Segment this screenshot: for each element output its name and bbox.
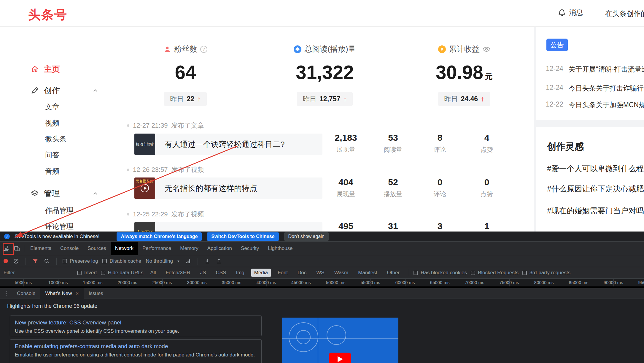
search-icon[interactable] (43, 258, 50, 265)
has-blocked-cookies-checkbox[interactable]: Has blocked cookies (414, 270, 467, 276)
import-har-icon[interactable] (204, 258, 211, 265)
sidebar-item-microheadline[interactable]: 微头条 (45, 133, 66, 145)
feature-link[interactable]: Enable emulating prefers-contrast media … (15, 343, 257, 350)
post-2-thumbnail[interactable]: 无名指长的 (134, 177, 155, 199)
tab-application[interactable]: Application (203, 242, 236, 255)
tab-elements[interactable]: Elements (26, 242, 56, 255)
announcement-item[interactable]: 12-24 今日头条关于打击诈骗行为专 (546, 84, 644, 93)
more-menu-icon[interactable] (6, 291, 7, 296)
stat-fans[interactable]: 粉丝数 ? 64 昨日 22 ↑ (116, 27, 255, 116)
preserve-log-checkbox[interactable]: Preserve log (63, 258, 98, 264)
filter-input[interactable] (4, 270, 73, 276)
inspect-element-icon[interactable] (0, 243, 11, 254)
sidebar-item-home[interactable]: 主页 (31, 63, 60, 76)
decorative-circle (327, 325, 346, 345)
drawer-tab-console[interactable]: Console (12, 288, 40, 299)
sidebar-item-qa[interactable]: 问答 (45, 149, 59, 161)
sidebar-item-content-manage[interactable]: 作品管理 (45, 205, 74, 216)
export-har-icon[interactable] (215, 258, 222, 265)
drawer-tabbar: Console What's New × Issues (0, 288, 644, 299)
record-network-log-button[interactable] (4, 259, 8, 263)
third-party-requests-checkbox[interactable]: 3rd-party requests (522, 270, 570, 276)
network-conditions-icon[interactable] (185, 258, 192, 265)
eye-icon[interactable] (483, 47, 490, 52)
post-3-row[interactable] (134, 222, 322, 232)
chevron-up-icon[interactable] (92, 87, 98, 94)
feature-link[interactable]: New preview feature: CSS Overview panel (15, 319, 257, 326)
post-1-metric-reads: 53阅读量 (369, 133, 417, 154)
filter-type-wasm[interactable]: Wasm (331, 269, 352, 277)
creator-days-text[interactable]: 在头条创作的 (605, 9, 644, 18)
filter-icon[interactable] (32, 258, 39, 265)
blocked-requests-checkbox[interactable]: Blocked Requests (471, 270, 519, 276)
filter-type-font[interactable]: Font (275, 269, 291, 277)
chevron-up-icon[interactable] (92, 190, 98, 197)
tab-security[interactable]: Security (236, 242, 263, 255)
post-3-metric-4: 1 (463, 221, 511, 231)
filter-type-xhr[interactable]: Fetch/XHR (163, 269, 193, 277)
tab-lighthouse[interactable]: Lighthouse (263, 242, 297, 255)
tab-performance[interactable]: Performance (138, 242, 176, 255)
sidebar-section-create[interactable]: 创作 (31, 84, 98, 97)
post-1-thumbnail[interactable]: 机动车驾驶 (134, 134, 155, 155)
post-2-title[interactable]: 无名指长的都有这样的特点 (165, 177, 319, 199)
timeline-tick: 80000 ms (527, 279, 561, 286)
disable-cache-checkbox[interactable]: Disable cache (102, 258, 141, 264)
sidebar-item-comment-manage[interactable]: 评论管理 (45, 221, 74, 232)
toutiao-logo[interactable]: 头条号 (28, 7, 67, 23)
main-content: 粉丝数 ? 64 昨日 22 ↑ 总阅读(播放)量 31,322 (116, 27, 534, 232)
filter-type-img[interactable]: Img (233, 269, 247, 277)
gem-icon (294, 45, 301, 53)
feature-prefers-contrast[interactable]: Enable emulating prefers-contrast media … (10, 339, 262, 363)
inspiration-topic[interactable]: #什么原因让你下定决心减肥的# (547, 184, 644, 194)
tab-sources[interactable]: Sources (83, 242, 110, 255)
tab-network[interactable]: Network (111, 242, 138, 255)
inspiration-topic[interactable]: #爱一个人可以卑微到什么程度# (547, 164, 644, 174)
stat-reads[interactable]: 总阅读(播放)量 31,322 昨日 12,757 ↑ (255, 27, 395, 116)
post-1-title[interactable]: 有人通过一个诀窍轻松通过科目二? (165, 134, 319, 155)
dont-show-again-button[interactable]: Don't show again (284, 232, 329, 241)
filter-type-doc[interactable]: Doc (295, 269, 309, 277)
match-chrome-language-button[interactable]: Always match Chrome's language (117, 232, 202, 241)
clear-icon[interactable] (12, 258, 20, 265)
announcement-item[interactable]: 12-22 今日头条关于加强MCN规范化 (546, 100, 644, 110)
tab-console[interactable]: Console (56, 242, 83, 255)
toutiao-dashboard: 头条号 消息 在头条创作的 主页 创作 文章 视频 微头条 问答 音频 (0, 0, 644, 232)
filter-type-manifest[interactable]: Manifest (355, 269, 380, 277)
bullet-dot (127, 213, 129, 215)
throttling-dropdown[interactable]: No throttling▼ (146, 258, 180, 264)
invert-checkbox[interactable]: Invert (77, 270, 97, 276)
sidebar-item-video[interactable]: 视频 (45, 117, 59, 129)
devtools-tabbar: Elements Console Sources Network Perform… (0, 242, 644, 255)
hide-data-urls-checkbox[interactable]: Hide data URLs (101, 270, 144, 276)
close-icon[interactable]: × (76, 290, 79, 297)
announcement-item[interactable]: 12-24 关于开展“清朗·打击流量造假催 (546, 65, 644, 74)
filter-type-css[interactable]: CSS (213, 269, 229, 277)
sidebar-section-manage[interactable]: 管理 (31, 187, 98, 200)
help-icon[interactable]: ? (200, 46, 207, 53)
drawer-tab-issues[interactable]: Issues (84, 288, 108, 299)
drawer-tab-whats-new[interactable]: What's New × (40, 288, 84, 299)
sidebar-item-audio[interactable]: 音频 (45, 165, 59, 177)
whats-new-video-thumbnail[interactable] (282, 318, 398, 363)
tab-memory[interactable]: Memory (176, 242, 203, 255)
switch-devtools-chinese-button[interactable]: Switch DevTools to Chinese (207, 232, 279, 241)
timeline-tick: 95000 ms (631, 279, 644, 286)
filter-type-all[interactable]: All (147, 269, 159, 277)
stat-earnings[interactable]: ¥ 累计收益 30.98元 昨日 24.46 ↑ (395, 27, 534, 116)
post-3-thumbnail[interactable]: 大叔百科 (134, 222, 155, 232)
timeline-tick: 45000 ms (284, 279, 318, 286)
divider (56, 258, 57, 265)
feature-css-overview[interactable]: New preview feature: CSS Overview panel … (10, 316, 262, 336)
timeline-tick: 40000 ms (249, 279, 284, 286)
device-toolbar-icon[interactable] (11, 243, 23, 254)
up-arrow-icon: ↑ (343, 95, 347, 103)
sidebar-item-article[interactable]: 文章 (45, 101, 59, 113)
inspiration-topic[interactable]: #现在的婚姻需要门当户对吗# (547, 206, 644, 216)
filter-type-ws[interactable]: WS (313, 269, 327, 277)
filter-type-media[interactable]: Media (251, 269, 271, 277)
network-timeline-ruler[interactable]: 5000 ms 10000 ms 15000 ms 20000 ms 25000… (0, 279, 644, 288)
messages-link[interactable]: 消息 (558, 8, 583, 17)
filter-type-other[interactable]: Other (384, 269, 403, 277)
filter-type-js[interactable]: JS (197, 269, 209, 277)
